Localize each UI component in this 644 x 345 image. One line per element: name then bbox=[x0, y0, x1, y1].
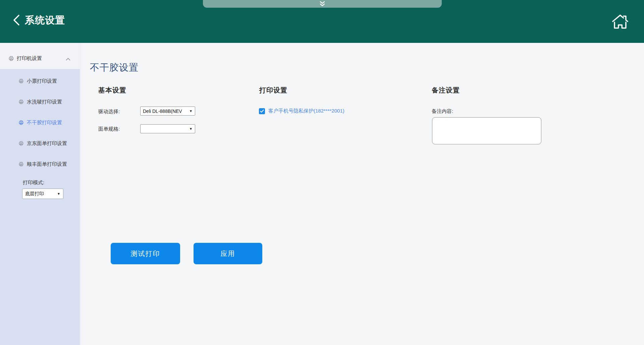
print-settings-heading: 打印设置 bbox=[259, 86, 287, 95]
chevron-left-icon bbox=[12, 14, 20, 26]
driver-select-value: Deli DL-888B(NEV bbox=[143, 109, 182, 114]
main-content: 不干胶设置 基本设置 打印设置 备注设置 驱动选择: Deli DL-888B(… bbox=[83, 43, 644, 345]
sheet-spec-select[interactable]: ▼ bbox=[140, 124, 195, 133]
chevron-up-icon bbox=[66, 58, 70, 61]
page-title: 不干胶设置 bbox=[90, 61, 139, 74]
sidebar-group-printer-settings[interactable]: 打印机设置 bbox=[0, 43, 80, 69]
remark-content-input[interactable] bbox=[432, 117, 541, 144]
home-icon bbox=[610, 12, 630, 31]
printer-icon bbox=[18, 161, 24, 167]
sidebar-group-label: 打印机设置 bbox=[17, 55, 42, 62]
dropdown-arrow-icon: ▼ bbox=[57, 192, 60, 196]
print-mode-label: 打印模式: bbox=[23, 180, 44, 186]
checkbox-checked-icon[interactable] bbox=[259, 108, 265, 114]
sheet-spec-label: 面单规格: bbox=[98, 126, 120, 132]
sidebar-item-sf-waybill-print[interactable]: 顺丰面单打印设置 bbox=[0, 159, 80, 169]
apply-button[interactable]: 应用 bbox=[194, 243, 262, 264]
back-button[interactable] bbox=[11, 13, 21, 27]
settings-sidebar: 打印机设置 小票打印设置 水洗唛打印设置 不干胶打印设置 京东面单打印设置 bbox=[0, 43, 82, 345]
sidebar-item-sticker-print[interactable]: 不干胶打印设置 bbox=[0, 117, 80, 128]
printer-icon bbox=[8, 56, 14, 61]
collapse-header-pill[interactable] bbox=[203, 0, 442, 8]
dropdown-arrow-icon: ▼ bbox=[189, 127, 193, 131]
driver-select[interactable]: Deli DL-888B(NEV ▼ bbox=[140, 107, 195, 116]
sidebar-item-label: 小票打印设置 bbox=[27, 78, 57, 84]
sidebar-item-label: 不干胶打印设置 bbox=[27, 120, 62, 126]
dropdown-arrow-icon: ▼ bbox=[189, 109, 193, 113]
privacy-protect-label: 客户手机号隐私保护(182****2001) bbox=[268, 108, 344, 114]
sidebar-item-label: 顺丰面单打印设置 bbox=[27, 161, 67, 167]
page-header-title: 系统设置 bbox=[25, 13, 65, 27]
printer-icon bbox=[18, 78, 24, 84]
remark-content-label: 备注内容: bbox=[432, 108, 453, 115]
driver-select-label: 驱动选择: bbox=[98, 109, 120, 115]
printer-icon bbox=[18, 120, 24, 125]
home-button[interactable] bbox=[610, 11, 631, 31]
sidebar-item-receipt-print[interactable]: 小票打印设置 bbox=[0, 76, 80, 86]
printer-icon bbox=[18, 141, 24, 146]
basic-settings-heading: 基本设置 bbox=[98, 86, 126, 95]
print-mode-select[interactable]: 底层打印 ▼ bbox=[22, 189, 63, 199]
test-print-button[interactable]: 测试打印 bbox=[111, 243, 180, 264]
sidebar-item-label: 京东面单打印设置 bbox=[27, 140, 67, 147]
sidebar-item-jd-waybill-print[interactable]: 京东面单打印设置 bbox=[0, 138, 80, 149]
print-mode-value: 底层打印 bbox=[25, 191, 44, 197]
sidebar-item-washlabel-print[interactable]: 水洗唛打印设置 bbox=[0, 96, 80, 107]
privacy-protect-option[interactable]: 客户手机号隐私保护(182****2001) bbox=[259, 108, 344, 114]
sidebar-item-label: 水洗唛打印设置 bbox=[27, 99, 62, 105]
printer-icon bbox=[18, 99, 24, 105]
remark-settings-heading: 备注设置 bbox=[432, 86, 460, 95]
double-chevron-down-icon bbox=[319, 1, 326, 7]
